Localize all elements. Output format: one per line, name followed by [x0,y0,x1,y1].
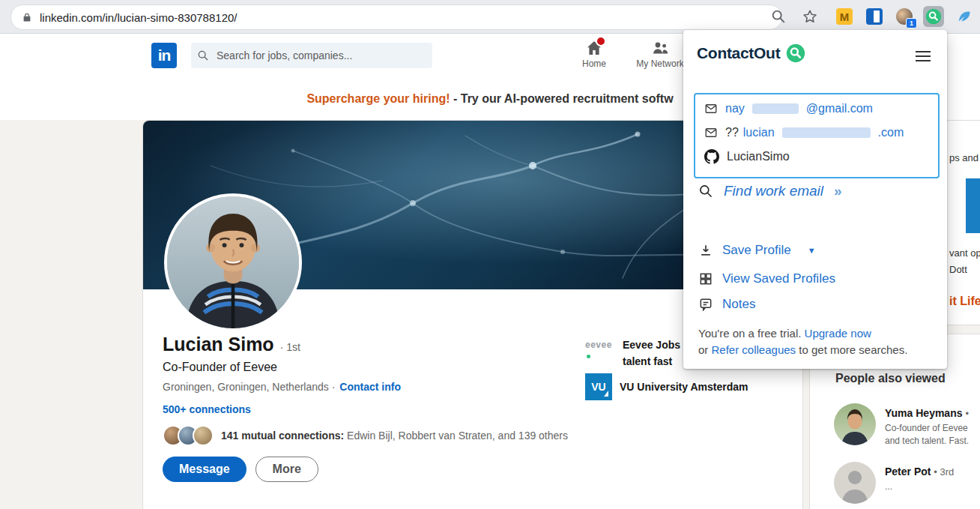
person-row[interactable]: Peter Pot • 3rd ... [834,462,954,504]
chevrons-icon: » [834,183,842,199]
person-name: Yuma Heymans [885,407,963,419]
contactout-brand: ContactOut [697,44,780,62]
notification-dot [596,36,606,46]
search-icon [197,49,209,61]
work-email-prefix: lucian [743,126,775,139]
redacted-email-segment [752,103,799,114]
person-desc: Co-founder of Eevee [885,423,968,433]
extension-misc-icon[interactable] [954,6,975,27]
vu-logo: VU [585,373,612,400]
person-row[interactable]: Yuma Heymans • Co-founder of Eevee and t… [834,403,969,448]
mutual-connections[interactable]: 141 mutual connections: Edwin Bijl, Robb… [163,425,568,446]
view-saved-profiles-button[interactable]: View Saved Profiles [698,267,835,291]
address-bar[interactable]: linkedin.com/in/lucian-simo-830788120/ [10,4,782,30]
redacted-email-segment [782,127,871,138]
mutual-names: Edwin Bijl, Robbert van Straten, and 139… [347,430,568,442]
person-desc: and tech talent. Fast. [885,436,969,446]
contact-details-box: nay@gmail.com ?? lucian.com LucianSimo [694,93,940,178]
download-icon [698,243,713,258]
message-button[interactable]: Message [163,457,246,482]
person-name: Peter Pot [885,466,931,478]
lock-icon [22,12,32,22]
extension-avatar-icon[interactable]: 1 [894,6,915,27]
personal-email-prefix: nay [725,102,745,115]
mutual-count: 141 mutual connections: [221,430,344,442]
mutual-avatars [163,425,214,446]
bookmark-star-icon[interactable] [802,8,818,25]
mutual-avatar [193,425,214,446]
search-input[interactable] [215,49,426,62]
email-icon [704,102,718,115]
caret-down-icon[interactable]: ▼ [808,246,816,255]
extension-blue-icon[interactable] [864,6,885,27]
profile-name: Lucian Simo [163,334,274,355]
contactout-header: ContactOut [697,43,805,63]
work-email-row[interactable]: ?? lucian.com [695,121,938,145]
contactout-popup: ContactOut nay@gmail.com ?? lucian.com [683,30,947,369]
contact-info-link[interactable]: Contact info [339,381,401,393]
extension-m-icon[interactable]: M [834,6,855,27]
nav-home[interactable]: Home [563,39,626,69]
github-row[interactable]: LucianSimo [695,145,938,169]
url-text[interactable]: linkedin.com/in/lucian-simo-830788120/ [40,11,237,24]
linkedin-logo[interactable]: in [151,43,177,68]
github-username: LucianSimo [727,150,790,163]
connections-link[interactable]: 500+ connections [163,403,251,415]
view-saved-profiles-label: View Saved Profiles [722,271,835,286]
people-also-viewed-heading: People also viewed [835,372,946,385]
upgrade-now-link[interactable]: Upgrade now [805,327,871,340]
location-row: Groningen, Groningen, Netherlands · Cont… [163,381,401,393]
person-desc: ... [885,481,892,492]
nav-network-label: My Network [636,58,683,69]
extension-m-label: M [836,8,853,25]
trial-text: You're on a free trial. [698,327,801,340]
person-avatar [834,462,876,504]
email-icon [704,126,718,139]
personal-email-suffix: @gmail.com [806,102,873,115]
ad-text-fragment: vant op [949,247,980,259]
banner-text: Try our AI-powered recruitment softw [461,92,674,106]
zoom-icon[interactable] [770,8,787,25]
ad-link-fragment[interactable]: it Life [949,295,980,308]
extension-badge: 1 [906,18,917,28]
trial-footer: You're on a free trial. Upgrade now or R… [698,325,907,358]
company-line2: talent fast [623,355,672,367]
banner-highlight: Supercharge your hiring! [306,92,450,106]
trial-suffix: to get more searches. [799,343,907,356]
nav-home-label: Home [582,58,606,69]
company-line1: Eevee Jobs | [623,339,686,351]
refer-colleagues-link[interactable]: Refer colleagues [712,343,796,356]
ad-text-fragment: ps and i [949,152,980,163]
education-name: VU University Amsterdam [620,381,748,393]
personal-email-row[interactable]: nay@gmail.com [695,97,938,121]
search-icon [698,184,713,199]
notes-button[interactable]: Notes [698,292,755,316]
home-icon [585,39,603,57]
ad-text-fragment: Dott [949,264,967,275]
search-box[interactable] [191,43,432,68]
education[interactable]: VU VU University Amsterdam [585,373,748,400]
screen: linkedin.com/in/lucian-simo-830788120/ M… [0,0,980,509]
notes-label: Notes [722,297,755,312]
contactout-extension-icon[interactable] [923,6,944,27]
work-email-suffix: .com [878,126,904,139]
profile-photo[interactable] [164,193,302,331]
name-row: Lucian Simo · 1st [163,334,300,355]
find-work-email-label: Find work email [724,183,823,199]
current-company[interactable]: eevee Eevee Jobs | talent fast [585,337,686,370]
save-profile-label: Save Profile [722,243,791,258]
profile-location: Groningen, Groningen, Netherlands · [163,381,335,393]
eevee-logo: eevee [585,337,615,370]
connection-degree: · 1st [280,341,300,353]
browser-toolbar: linkedin.com/in/lucian-simo-830788120/ M… [0,0,980,34]
hamburger-menu-icon[interactable] [916,51,931,64]
find-work-email[interactable]: Find work email » [698,183,842,199]
save-profile-button[interactable]: Save Profile ▼ [698,238,816,262]
ad-image-fragment [966,178,980,233]
contactout-logo-icon [786,43,805,63]
my-network-icon [651,39,669,57]
action-buttons: Message More [163,457,318,482]
or-text: or [698,343,708,356]
more-button[interactable]: More [255,457,318,482]
nav-my-network[interactable]: My Network [629,39,692,69]
